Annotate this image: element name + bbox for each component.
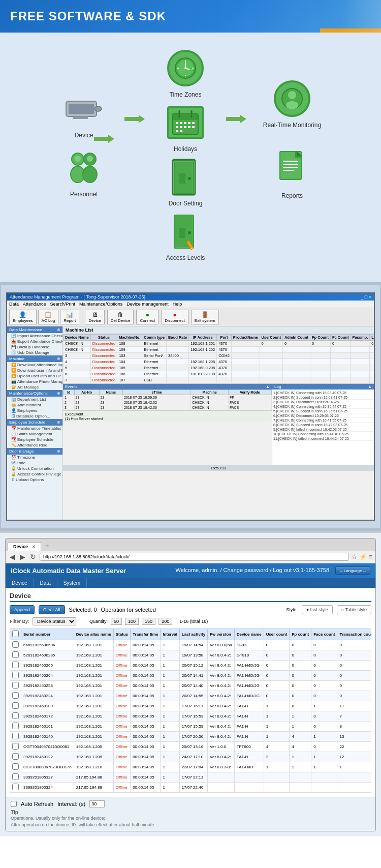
tab-report[interactable]: 📊Report (60, 310, 79, 324)
sidebar-dl-user[interactable]: 🔽Download user info and Fp (7, 368, 62, 373)
device-cell: 1 (161, 752, 179, 762)
device-cell: 00:00:14:05 (131, 671, 161, 681)
nav-refresh-button[interactable]: ↻ (29, 553, 37, 561)
row-checkbox[interactable] (12, 712, 19, 719)
select-all-checkbox[interactable] (12, 631, 19, 637)
device-cell: 3399201800324 (21, 783, 74, 793)
device-cell: 3929182460161 (21, 722, 74, 732)
sidebar-zone[interactable]: 🗺Zone (7, 460, 62, 466)
web-section-title: Device (10, 592, 371, 602)
svg-rect-44 (179, 228, 185, 238)
browser-window: Device ✕ + ◀ ▶ ↻ ☆ ⚡ ≡ iClock Automatic … (5, 538, 376, 831)
web-nav-data[interactable]: Data (34, 578, 57, 588)
sidebar-import[interactable]: 🔄Import Attendance Checking Data (7, 333, 62, 339)
sidebar-upload-user[interactable]: 🔼Upload user info and FP (7, 373, 62, 379)
sidebar-timetables[interactable]: 📅Maintenance Timetables (7, 426, 62, 431)
menu-search[interactable]: Search/Print (50, 302, 76, 307)
svg-rect-26 (180, 122, 182, 124)
table-style-btn[interactable]: ○ Table style (337, 605, 371, 614)
menu-device-mgmt[interactable]: Device management (126, 302, 169, 307)
row-checkbox[interactable] (12, 692, 19, 699)
btn-disconnect[interactable]: ●Disconnect (161, 310, 188, 324)
sidebar-usb[interactable]: 💿Usb Disk Manage (7, 350, 62, 355)
svg-rect-35 (176, 130, 178, 132)
nav-menu-icon[interactable]: ⚡ (359, 553, 367, 560)
sidebar-dl-log[interactable]: 🔽Download attendance log: (7, 362, 62, 368)
events-panel-header: Events▲ (63, 384, 272, 390)
nav-forward-button[interactable]: ▶ (19, 553, 26, 561)
sidebar-admin[interactable]: 👑Administrator (7, 402, 62, 408)
nav-settings-icon[interactable]: ≡ (369, 553, 372, 560)
sidebar-export[interactable]: 📤Export Attendance Checking Data (7, 339, 62, 344)
sidebar-photo[interactable]: 📷Attendance Photo Management (7, 379, 62, 384)
table-row: 3929182460265192.168.1.201Offline00:00:1… (10, 661, 372, 671)
btn-device[interactable]: 🖥Device (85, 310, 104, 324)
menu-data[interactable]: Data (9, 302, 19, 307)
nav-back-button[interactable]: ◀ (9, 553, 16, 561)
browser-tab-close[interactable]: ✕ (32, 545, 36, 549)
machine-cell: 108 (117, 341, 142, 347)
qty-50-btn[interactable]: 50 (111, 618, 122, 625)
clear-all-button[interactable]: Clear All (39, 605, 65, 614)
sidebar-db[interactable]: 🗄Database Option... (7, 413, 62, 419)
url-bar[interactable] (40, 553, 349, 561)
row-checkbox[interactable] (12, 651, 19, 658)
list-style-btn[interactable]: ● List style (302, 605, 333, 614)
device-cell: Offline (113, 732, 130, 742)
row-checkbox[interactable] (12, 784, 19, 790)
language-button[interactable]: -- Language -- (335, 566, 370, 575)
qty-200-btn[interactable]: 200 (158, 618, 172, 625)
sidebar-unlock[interactable]: 🔓Unlock Combination (7, 466, 62, 471)
device-cell: Offline (113, 752, 130, 762)
web-app-welcome: Welcome, admin. / Change password / Log … (176, 566, 370, 575)
interval-input[interactable] (89, 800, 105, 807)
row-checkbox[interactable] (12, 702, 19, 709)
nav-bookmark-icon[interactable]: ☆ (352, 553, 357, 560)
btn-del-device[interactable]: 🗑Del Device (107, 310, 134, 324)
menu-maintenance[interactable]: Maintenance/Options (79, 302, 122, 307)
row-checkbox[interactable] (12, 672, 19, 678)
row-checkbox[interactable] (12, 773, 19, 780)
sidebar-access[interactable]: 🔒Access Control Privilege (7, 471, 62, 477)
btn-connect[interactable]: ●Connect (136, 310, 158, 324)
btn-exit[interactable]: 🚪Exit system (191, 310, 219, 324)
web-nav-device[interactable]: Device (6, 578, 34, 588)
device-cell: 0 (290, 671, 311, 681)
status-bar: 16:53:13 (63, 465, 374, 471)
sidebar-shifts[interactable]: 🕐Shifts Management (7, 431, 62, 437)
sidebar-att-rule[interactable]: 📏Attendance Rule (7, 442, 62, 448)
row-checkbox[interactable] (12, 743, 19, 750)
menu-attendance[interactable]: Attendance (23, 302, 46, 307)
tab-employees[interactable]: 👤Employees (9, 310, 37, 324)
row-checkbox[interactable] (12, 753, 19, 760)
window-menubar: Data Attendance Search/Print Maintenance… (7, 301, 374, 308)
new-tab-button[interactable]: + (42, 541, 52, 551)
web-content: Device Append Clear All Selected: 0 Oper… (6, 588, 375, 797)
sidebar-ac[interactable]: 🔐AC Manage (7, 384, 62, 390)
sidebar-dept[interactable]: 🏢Department List (7, 397, 62, 402)
row-checkbox[interactable] (12, 733, 19, 739)
tab-aclog[interactable]: 📋AC Log (38, 310, 59, 324)
row-checkbox[interactable] (12, 763, 19, 770)
row-checkbox[interactable] (12, 662, 19, 668)
browser-tab-device[interactable]: Device ✕ (8, 542, 41, 551)
device-cell: 17/07 22:11 (179, 772, 207, 783)
device-cell: 1 (161, 650, 179, 661)
qty-150-btn[interactable]: 150 (142, 618, 155, 625)
row-checkbox[interactable] (12, 723, 19, 729)
sidebar-emp-schedule[interactable]: 📆Employee Schedule (7, 437, 62, 442)
menu-help[interactable]: Help (173, 302, 182, 307)
sidebar-backup[interactable]: 💾Backup Database (7, 344, 62, 350)
event-cell: 3 (64, 405, 75, 410)
row-checkbox[interactable] (12, 641, 19, 648)
sidebar-upload-options[interactable]: ⬆Upload Options (7, 477, 62, 483)
row-checkbox[interactable] (12, 682, 19, 689)
sidebar-employees[interactable]: 👤Employees (7, 408, 62, 413)
append-button[interactable]: Append (10, 605, 35, 614)
auto-refresh-checkbox[interactable] (11, 801, 17, 807)
filter-select[interactable]: Device Status (33, 617, 76, 625)
web-nav-system[interactable]: System (57, 578, 87, 588)
sidebar-timezone[interactable]: ⏰Timezone (7, 455, 62, 460)
svg-point-10 (87, 156, 93, 162)
qty-100-btn[interactable]: 100 (125, 618, 139, 625)
